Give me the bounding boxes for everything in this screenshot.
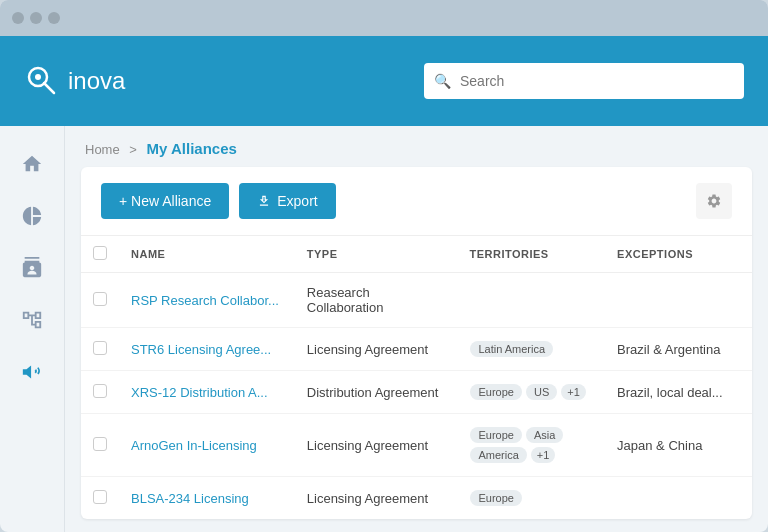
logo-text: inova bbox=[68, 67, 125, 95]
col-header-name: NAME bbox=[119, 236, 295, 273]
tag: Europe bbox=[470, 427, 521, 443]
row-check-3 bbox=[81, 371, 119, 414]
row-exceptions-4: Japan & China bbox=[605, 414, 752, 477]
sidebar-item-handshake[interactable] bbox=[10, 350, 54, 394]
row-checkbox-4[interactable] bbox=[93, 437, 107, 451]
tag: US bbox=[526, 384, 557, 400]
tag: Europe bbox=[470, 490, 521, 506]
row-name-4: ArnoGen In-Licensing bbox=[119, 414, 295, 477]
row-type-5: Licensing Agreement bbox=[295, 477, 458, 520]
table-row: XRS-12 Distribution A... Distribution Ag… bbox=[81, 371, 752, 414]
row-link-1[interactable]: RSP Research Collabor... bbox=[131, 293, 279, 308]
breadcrumb-separator: > bbox=[129, 142, 137, 157]
sidebar-item-contacts[interactable] bbox=[10, 246, 54, 290]
search-bar: 🔍 bbox=[424, 63, 744, 99]
chart-icon bbox=[21, 205, 43, 227]
search-input[interactable] bbox=[424, 63, 744, 99]
select-all-checkbox[interactable] bbox=[93, 246, 107, 260]
row-name-5: BLSA-234 Licensing bbox=[119, 477, 295, 520]
logo: inova bbox=[24, 63, 125, 99]
logo-icon bbox=[24, 63, 60, 99]
header: inova 🔍 bbox=[0, 36, 768, 126]
row-checkbox-3[interactable] bbox=[93, 384, 107, 398]
row-exceptions-5 bbox=[605, 477, 752, 520]
contacts-icon bbox=[21, 257, 43, 279]
settings-button[interactable] bbox=[696, 183, 732, 219]
row-link-3[interactable]: XRS-12 Distribution A... bbox=[131, 385, 268, 400]
row-name-3: XRS-12 Distribution A... bbox=[119, 371, 295, 414]
row-exceptions-1 bbox=[605, 273, 752, 328]
table-row: BLSA-234 Licensing Licensing Agreement E… bbox=[81, 477, 752, 520]
col-header-type: TYPE bbox=[295, 236, 458, 273]
breadcrumb-home[interactable]: Home bbox=[85, 142, 120, 157]
row-territories-3: Europe US +1 bbox=[457, 371, 605, 414]
row-checkbox-5[interactable] bbox=[93, 490, 107, 504]
tag: Latin America bbox=[470, 341, 553, 357]
export-button[interactable]: Export bbox=[239, 183, 335, 219]
col-header-exceptions: EXCEPTIONS bbox=[605, 236, 752, 273]
panel: + New Alliance Export bbox=[81, 167, 752, 519]
table-row: STR6 Licensing Agree... Licensing Agreem… bbox=[81, 328, 752, 371]
breadcrumb-current: My Alliances bbox=[147, 140, 237, 157]
table-body: RSP Research Collabor... Reasearch Colla… bbox=[81, 273, 752, 520]
tags-cell-2: Latin America bbox=[469, 340, 593, 358]
sidebar-item-chart[interactable] bbox=[10, 194, 54, 238]
table-row: RSP Research Collabor... Reasearch Colla… bbox=[81, 273, 752, 328]
gear-icon bbox=[706, 193, 722, 209]
tag: America bbox=[470, 447, 526, 463]
traffic-light-maximize[interactable] bbox=[48, 12, 60, 24]
search-icon: 🔍 bbox=[434, 73, 451, 89]
new-alliance-button[interactable]: + New Alliance bbox=[101, 183, 229, 219]
main-layout: Home > My Alliances + New Alliance Expor… bbox=[0, 126, 768, 532]
sidebar-item-hierarchy[interactable] bbox=[10, 298, 54, 342]
sidebar bbox=[0, 126, 65, 532]
row-link-5[interactable]: BLSA-234 Licensing bbox=[131, 491, 249, 506]
row-check-1 bbox=[81, 273, 119, 328]
svg-line-2 bbox=[44, 83, 54, 93]
row-check-5 bbox=[81, 477, 119, 520]
row-territories-1 bbox=[457, 273, 605, 328]
row-checkbox-1[interactable] bbox=[93, 292, 107, 306]
row-link-2[interactable]: STR6 Licensing Agree... bbox=[131, 342, 271, 357]
row-exceptions-2: Brazil & Argentina bbox=[605, 328, 752, 371]
tag-plus: +1 bbox=[561, 384, 586, 400]
tag: Europe bbox=[470, 384, 521, 400]
tag: Asia bbox=[526, 427, 563, 443]
row-type-3: Distribution Agreement bbox=[295, 371, 458, 414]
tags-cell-5: Europe bbox=[469, 489, 593, 507]
row-type-4: Licensing Agreement bbox=[295, 414, 458, 477]
row-name-1: RSP Research Collabor... bbox=[119, 273, 295, 328]
hierarchy-icon bbox=[21, 309, 43, 331]
sidebar-item-home[interactable] bbox=[10, 142, 54, 186]
row-territories-5: Europe bbox=[457, 477, 605, 520]
row-link-4[interactable]: ArnoGen In-Licensing bbox=[131, 438, 257, 453]
toolbar: + New Alliance Export bbox=[81, 167, 752, 236]
row-check-2 bbox=[81, 328, 119, 371]
row-checkbox-2[interactable] bbox=[93, 341, 107, 355]
tags-cell-4: Europe Asia America +1 bbox=[469, 426, 593, 464]
table-row: ArnoGen In-Licensing Licensing Agreement… bbox=[81, 414, 752, 477]
row-territories-4: Europe Asia America +1 bbox=[457, 414, 605, 477]
tag-plus: +1 bbox=[531, 447, 556, 463]
content: Home > My Alliances + New Alliance Expor… bbox=[65, 126, 768, 532]
table-header: NAME TYPE TERRITORIES EXCEPTIONS bbox=[81, 236, 752, 273]
col-header-territories: TERRITORIES bbox=[457, 236, 605, 273]
row-type-1: Reasearch Collaboration bbox=[295, 273, 458, 328]
row-territories-2: Latin America bbox=[457, 328, 605, 371]
table: NAME TYPE TERRITORIES EXCEPTIONS RSP Res… bbox=[81, 236, 752, 519]
download-icon bbox=[257, 194, 271, 208]
svg-point-1 bbox=[35, 74, 41, 80]
row-type-2: Licensing Agreement bbox=[295, 328, 458, 371]
window-chrome bbox=[0, 0, 768, 36]
row-exceptions-3: Brazil, local deal... bbox=[605, 371, 752, 414]
handshake-icon bbox=[21, 361, 43, 383]
row-check-4 bbox=[81, 414, 119, 477]
col-header-check bbox=[81, 236, 119, 273]
traffic-light-close[interactable] bbox=[12, 12, 24, 24]
breadcrumb: Home > My Alliances bbox=[65, 126, 768, 167]
traffic-lights bbox=[12, 12, 60, 24]
home-icon bbox=[21, 153, 43, 175]
row-name-2: STR6 Licensing Agree... bbox=[119, 328, 295, 371]
traffic-light-minimize[interactable] bbox=[30, 12, 42, 24]
tags-cell-3: Europe US +1 bbox=[469, 383, 593, 401]
